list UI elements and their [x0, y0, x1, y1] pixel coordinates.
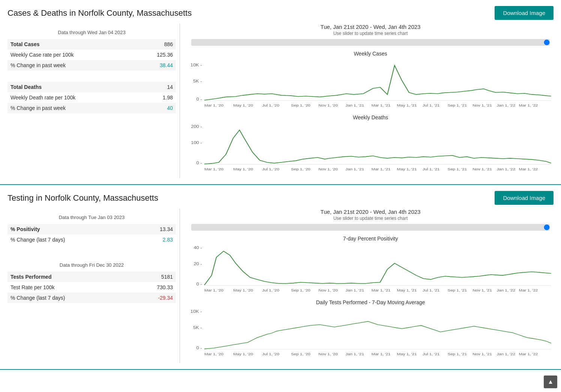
x-label: Mar 1, '20 [204, 103, 224, 107]
section2-slider-container[interactable] [188, 224, 554, 232]
section2-data-through2: Data through Fri Dec 30 2022 [8, 262, 176, 268]
section1-weekly-deaths-chart: 200 - 100 - 0 - Mar 1, '20 May 1, '20 Ju… [188, 122, 554, 174]
table-row: % Change (last 7 days) 2.83 [8, 234, 176, 245]
section1-slider-hint: Use slider to update time series chart [188, 31, 554, 36]
weekly-cases-svg: 10K - 5K - 0 - Mar 1, '20 May 1, '20 Jul… [188, 58, 554, 111]
x-label: Nov 1, '21 [472, 167, 492, 171]
section1-cases-table: Total Cases 886 Weekly Case rate per 100… [8, 39, 176, 71]
stat-label: % Change in past week [8, 103, 144, 113]
y-label: 0 - [196, 161, 202, 165]
stat-value: 13.34 [135, 224, 176, 234]
download-image-button-1[interactable]: Download Image [495, 6, 554, 20]
stat-label: % Positivity [8, 224, 135, 234]
x-label: Sep 1, '20 [291, 288, 310, 292]
section2-title: Testing in Norfolk County, Massachusetts [8, 193, 158, 203]
stat-label: % Change (last 7 days) [8, 293, 131, 303]
stat-label: % Change in past week [8, 60, 135, 71]
positivity-svg: 40 - 20 - 0 - Mar 1, '20 May 1, '20 Jul … [188, 243, 554, 296]
x-label: Mar 1, '20 [204, 352, 224, 356]
x-label: Mar 1, '22 [519, 167, 538, 171]
x-label: May 1, '20 [233, 352, 253, 356]
x-label: Jan 1, '22 [496, 167, 515, 171]
x-label: Sep 1, '21 [447, 352, 467, 356]
y-label: 0 - [196, 345, 202, 350]
stat-value: 5181 [131, 272, 176, 282]
stat-label: Weekly Case rate per 100k [8, 50, 135, 60]
section1-chart-panel: Tue, Jan 21st 2020 - Wed, Jan 4th 2023 U… [180, 24, 554, 178]
section2-date-range: Tue, Jan 21st 2020 - Wed, Jan 4th 2023 [188, 209, 554, 215]
section1-title: Cases & Deaths in Norfolk County, Massac… [8, 8, 192, 18]
x-label: Jan 1, '21 [345, 352, 364, 356]
section2-tests-table: Tests Performed 5181 Test Rate per 100k … [8, 272, 176, 303]
tests-line [204, 321, 551, 349]
stat-label: Tests Performed [8, 272, 131, 282]
x-label: Mar 1, '20 [204, 167, 224, 171]
x-label: Jan 1, '21 [345, 167, 364, 171]
section1-chart1-title: Weekly Cases [188, 51, 554, 57]
x-label: Sep 1, '21 [447, 167, 467, 171]
section1-header: Cases & Deaths in Norfolk County, Massac… [8, 6, 554, 20]
section1-time-slider[interactable] [191, 39, 550, 46]
section1-slider-container[interactable] [188, 39, 554, 47]
x-label: Mar 1, '21 [372, 167, 391, 171]
x-label: Jul 1, '20 [262, 103, 279, 107]
section1-date-range: Tue, Jan 21st 2020 - Wed, Jan 4th 2023 [188, 24, 554, 30]
table-row: Total Cases 886 [8, 39, 176, 50]
tests-svg: 10K - 5K - 0 - Mar 1, '20 May 1, '20 Jul… [188, 307, 554, 359]
table-row: Total Deaths 14 [8, 82, 176, 92]
stat-value: 125.36 [135, 50, 176, 60]
stat-label: Total Deaths [8, 82, 144, 92]
table-row: Tests Performed 5181 [8, 272, 176, 282]
section2-tests-chart: 10K - 5K - 0 - Mar 1, '20 May 1, '20 Jul… [188, 307, 554, 359]
table-row: Weekly Case rate per 100k 125.36 [8, 50, 176, 60]
positivity-line [204, 251, 551, 285]
x-label: Mar 1, '22 [519, 103, 538, 107]
y-label: 0 - [196, 282, 202, 287]
stat-label: Test Rate per 100k [8, 282, 131, 293]
x-label: May 1, '20 [233, 288, 253, 292]
weekly-deaths-line [204, 130, 551, 164]
x-label: Nov 1, '21 [472, 352, 492, 356]
x-label: Mar 1, '21 [372, 288, 391, 292]
x-label: Jul 1, '20 [262, 288, 279, 292]
table-row: Test Rate per 100k 730.33 [8, 282, 176, 293]
x-label: Sep 1, '20 [291, 103, 310, 107]
y-label: 5K - [193, 79, 202, 84]
x-label: Mar 1, '22 [519, 352, 538, 356]
table-row: % Change in past week 38.44 [8, 60, 176, 71]
section1-stats-panel: Data through Wed Jan 04 2023 Total Cases… [8, 24, 180, 178]
x-label: Jan 1, '22 [496, 103, 515, 107]
y-label: 100 - [191, 140, 202, 145]
x-label: Nov 1, '20 [318, 288, 338, 292]
y-label: 10K - [190, 63, 202, 68]
table-row: % Positivity 13.34 [8, 224, 176, 234]
table-row: % Change (last 7 days) -29.34 [8, 293, 176, 303]
x-label: May 1, '21 [397, 167, 417, 171]
stat-value: 40 [144, 103, 176, 113]
section2-stats-panel: Data through Tue Jan 03 2023 % Positivit… [8, 209, 180, 363]
x-label: May 1, '20 [233, 167, 253, 171]
table-row: % Change in past week 40 [8, 103, 176, 113]
y-label: 200 - [191, 124, 202, 129]
x-label: Nov 1, '20 [318, 352, 338, 356]
x-label: Jan 1, '21 [345, 103, 364, 107]
stat-value: 38.44 [135, 60, 176, 71]
section2-chart2-title: Daily Tests Performed - 7-Day Moving Ave… [188, 299, 554, 305]
y-label: 20 - [194, 261, 202, 266]
section2-data-through: Data through Tue Jan 03 2023 [8, 215, 176, 220]
section1-weekly-cases-chart: 10K - 5K - 0 - Mar 1, '20 May 1, '20 Jul… [188, 58, 554, 111]
x-label: Nov 1, '20 [318, 103, 338, 107]
x-label: May 1, '21 [397, 103, 417, 107]
stat-value: 14 [144, 82, 176, 92]
y-label: 40 - [194, 245, 202, 250]
x-label: Jul 1, '20 [262, 167, 279, 171]
stat-label: % Change (last 7 days) [8, 234, 135, 245]
section2-time-slider[interactable] [191, 224, 550, 231]
download-image-button-2[interactable]: Download Image [495, 191, 554, 205]
cases-deaths-section: Cases & Deaths in Norfolk County, Massac… [0, 0, 561, 185]
section2-slider-hint: Use slider to update time series chart [188, 216, 554, 221]
x-label: Mar 1, '21 [372, 103, 391, 107]
y-label: 5K - [193, 325, 202, 330]
section2-chart1-title: 7-day Percent Positivity [188, 236, 554, 242]
y-label: 10K - [190, 309, 202, 314]
